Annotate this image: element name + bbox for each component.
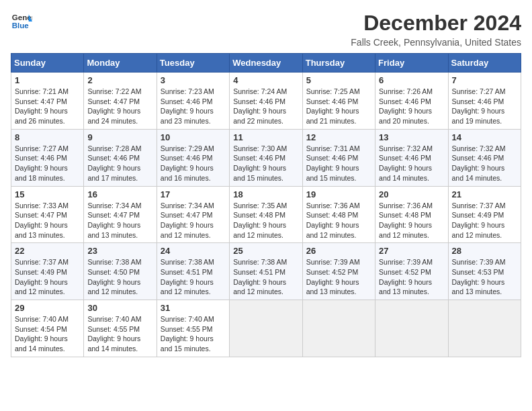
- day-info: Sunrise: 7:21 AMSunset: 4:47 PMDaylight:…: [15, 87, 80, 126]
- day-info: Sunrise: 7:38 AMSunset: 4:50 PMDaylight:…: [87, 257, 152, 297]
- day-info: Sunrise: 7:40 AMSunset: 4:54 PMDaylight:…: [15, 314, 80, 354]
- day-info: Sunrise: 7:27 AMSunset: 4:46 PMDaylight:…: [15, 144, 80, 183]
- day-info: Sunrise: 7:25 AMSunset: 4:46 PMDaylight:…: [306, 87, 371, 126]
- calendar-cell: 25 Sunrise: 7:38 AMSunset: 4:51 PMDaylig…: [230, 243, 302, 300]
- page-header: General Blue December 2024 Falls Creek, …: [11, 11, 521, 48]
- day-number: 2: [87, 75, 152, 85]
- day-number: 17: [161, 189, 226, 199]
- calendar-cell: 22 Sunrise: 7:37 AMSunset: 4:49 PMDaylig…: [11, 243, 84, 300]
- day-number: 11: [233, 132, 298, 142]
- day-number: 18: [233, 189, 298, 199]
- day-info: Sunrise: 7:28 AMSunset: 4:46 PMDaylight:…: [87, 144, 152, 183]
- calendar-cell: 27 Sunrise: 7:39 AMSunset: 4:52 PMDaylig…: [375, 243, 448, 300]
- day-info: Sunrise: 7:30 AMSunset: 4:46 PMDaylight:…: [233, 144, 298, 183]
- day-info: Sunrise: 7:37 AMSunset: 4:49 PMDaylight:…: [452, 201, 517, 240]
- day-info: Sunrise: 7:34 AMSunset: 4:47 PMDaylight:…: [161, 201, 226, 240]
- weekday-header-thursday: Thursday: [302, 54, 375, 73]
- day-number: 6: [379, 75, 444, 85]
- calendar-cell: [375, 300, 448, 357]
- calendar-cell: 12 Sunrise: 7:31 AMSunset: 4:46 PMDaylig…: [302, 129, 375, 186]
- calendar-cell: 8 Sunrise: 7:27 AMSunset: 4:46 PMDayligh…: [11, 129, 84, 186]
- day-number: 4: [233, 75, 298, 85]
- calendar-table: SundayMondayTuesdayWednesdayThursdayFrid…: [11, 53, 521, 357]
- calendar-cell: 5 Sunrise: 7:25 AMSunset: 4:46 PMDayligh…: [302, 73, 375, 130]
- svg-text:Blue: Blue: [12, 21, 30, 30]
- calendar-cell: 21 Sunrise: 7:37 AMSunset: 4:49 PMDaylig…: [448, 186, 521, 243]
- day-number: 26: [306, 246, 371, 256]
- day-info: Sunrise: 7:23 AMSunset: 4:46 PMDaylight:…: [161, 87, 226, 126]
- logo-icon: General Blue: [11, 11, 32, 32]
- day-number: 22: [15, 246, 80, 256]
- day-number: 15: [15, 189, 80, 199]
- calendar-cell: 17 Sunrise: 7:34 AMSunset: 4:47 PMDaylig…: [157, 186, 229, 243]
- day-number: 24: [161, 246, 226, 256]
- calendar-cell: 1 Sunrise: 7:21 AMSunset: 4:47 PMDayligh…: [11, 73, 84, 130]
- calendar-cell: 14 Sunrise: 7:32 AMSunset: 4:46 PMDaylig…: [448, 129, 521, 186]
- calendar-cell: 2 Sunrise: 7:22 AMSunset: 4:47 PMDayligh…: [84, 73, 157, 130]
- calendar-cell: 28 Sunrise: 7:39 AMSunset: 4:53 PMDaylig…: [448, 243, 521, 300]
- day-number: 5: [306, 75, 371, 85]
- calendar-cell: 13 Sunrise: 7:32 AMSunset: 4:46 PMDaylig…: [375, 129, 448, 186]
- day-number: 28: [452, 246, 517, 256]
- day-number: 9: [87, 132, 152, 142]
- day-info: Sunrise: 7:22 AMSunset: 4:47 PMDaylight:…: [87, 87, 152, 126]
- calendar-cell: 29 Sunrise: 7:40 AMSunset: 4:54 PMDaylig…: [11, 300, 84, 357]
- day-number: 13: [379, 132, 444, 142]
- calendar-cell: [302, 300, 375, 357]
- day-number: 12: [306, 132, 371, 142]
- day-info: Sunrise: 7:37 AMSunset: 4:49 PMDaylight:…: [15, 257, 80, 297]
- day-info: Sunrise: 7:26 AMSunset: 4:46 PMDaylight:…: [379, 87, 444, 126]
- weekday-header-saturday: Saturday: [448, 54, 521, 73]
- day-number: 19: [306, 189, 371, 199]
- calendar-cell: 15 Sunrise: 7:33 AMSunset: 4:47 PMDaylig…: [11, 186, 84, 243]
- calendar-cell: 4 Sunrise: 7:24 AMSunset: 4:46 PMDayligh…: [230, 73, 302, 130]
- location: Falls Creek, Pennsylvania, United States: [351, 37, 521, 48]
- day-info: Sunrise: 7:27 AMSunset: 4:46 PMDaylight:…: [452, 87, 517, 126]
- day-info: Sunrise: 7:40 AMSunset: 4:55 PMDaylight:…: [161, 314, 226, 354]
- day-number: 27: [379, 246, 444, 256]
- day-info: Sunrise: 7:36 AMSunset: 4:48 PMDaylight:…: [379, 201, 444, 240]
- month-title: December 2024: [351, 11, 521, 36]
- day-number: 8: [15, 132, 80, 142]
- day-number: 10: [161, 132, 226, 142]
- day-number: 20: [379, 189, 444, 199]
- logo: General Blue: [11, 11, 32, 32]
- day-info: Sunrise: 7:31 AMSunset: 4:46 PMDaylight:…: [306, 144, 371, 183]
- day-info: Sunrise: 7:39 AMSunset: 4:52 PMDaylight:…: [379, 257, 444, 297]
- calendar-cell: 16 Sunrise: 7:34 AMSunset: 4:47 PMDaylig…: [84, 186, 157, 243]
- day-number: 23: [87, 246, 152, 256]
- day-info: Sunrise: 7:40 AMSunset: 4:55 PMDaylight:…: [87, 314, 152, 354]
- day-info: Sunrise: 7:36 AMSunset: 4:48 PMDaylight:…: [306, 201, 371, 240]
- title-block: December 2024 Falls Creek, Pennsylvania,…: [351, 11, 521, 48]
- day-info: Sunrise: 7:39 AMSunset: 4:53 PMDaylight:…: [452, 257, 517, 297]
- weekday-header-friday: Friday: [375, 54, 448, 73]
- calendar-cell: 20 Sunrise: 7:36 AMSunset: 4:48 PMDaylig…: [375, 186, 448, 243]
- day-number: 7: [452, 75, 517, 85]
- calendar-cell: 18 Sunrise: 7:35 AMSunset: 4:48 PMDaylig…: [230, 186, 302, 243]
- day-info: Sunrise: 7:38 AMSunset: 4:51 PMDaylight:…: [233, 257, 298, 297]
- day-info: Sunrise: 7:24 AMSunset: 4:46 PMDaylight:…: [233, 87, 298, 126]
- weekday-header-monday: Monday: [84, 54, 157, 73]
- day-info: Sunrise: 7:29 AMSunset: 4:46 PMDaylight:…: [161, 144, 226, 183]
- calendar-cell: [230, 300, 302, 357]
- day-info: Sunrise: 7:33 AMSunset: 4:47 PMDaylight:…: [15, 201, 80, 240]
- calendar-cell: [448, 300, 521, 357]
- day-number: 31: [161, 303, 226, 313]
- day-info: Sunrise: 7:32 AMSunset: 4:46 PMDaylight:…: [452, 144, 517, 183]
- day-number: 1: [15, 75, 80, 85]
- calendar-cell: 26 Sunrise: 7:39 AMSunset: 4:52 PMDaylig…: [302, 243, 375, 300]
- weekday-header-sunday: Sunday: [11, 54, 84, 73]
- calendar-cell: 7 Sunrise: 7:27 AMSunset: 4:46 PMDayligh…: [448, 73, 521, 130]
- calendar-cell: 6 Sunrise: 7:26 AMSunset: 4:46 PMDayligh…: [375, 73, 448, 130]
- calendar-cell: 19 Sunrise: 7:36 AMSunset: 4:48 PMDaylig…: [302, 186, 375, 243]
- day-number: 30: [87, 303, 152, 313]
- day-number: 21: [452, 189, 517, 199]
- day-info: Sunrise: 7:38 AMSunset: 4:51 PMDaylight:…: [161, 257, 226, 297]
- calendar-cell: 3 Sunrise: 7:23 AMSunset: 4:46 PMDayligh…: [157, 73, 229, 130]
- calendar-cell: 11 Sunrise: 7:30 AMSunset: 4:46 PMDaylig…: [230, 129, 302, 186]
- day-info: Sunrise: 7:34 AMSunset: 4:47 PMDaylight:…: [87, 201, 152, 240]
- calendar-cell: 31 Sunrise: 7:40 AMSunset: 4:55 PMDaylig…: [157, 300, 229, 357]
- day-info: Sunrise: 7:35 AMSunset: 4:48 PMDaylight:…: [233, 201, 298, 240]
- calendar-cell: 24 Sunrise: 7:38 AMSunset: 4:51 PMDaylig…: [157, 243, 229, 300]
- day-info: Sunrise: 7:32 AMSunset: 4:46 PMDaylight:…: [379, 144, 444, 183]
